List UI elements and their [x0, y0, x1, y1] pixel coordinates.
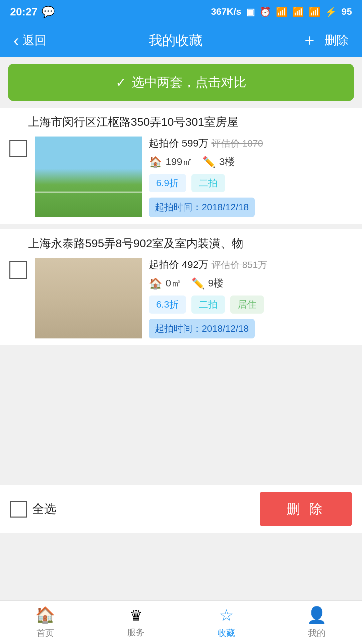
clock-icon: ⏰: [259, 6, 271, 17]
home-icon: 🏠: [35, 606, 55, 625]
tags-row-2: 6.3折 二拍 居住: [149, 296, 354, 314]
delete-nav-button[interactable]: 删除: [324, 32, 349, 49]
signal1-icon: 📶: [292, 6, 304, 17]
property-checkbox-2[interactable]: [9, 261, 27, 279]
property-title: 上海市闵行区江枢路350弄10号301室房屋: [8, 114, 354, 130]
select-all-container[interactable]: 全选: [10, 501, 56, 518]
battery-level: 95: [342, 6, 352, 17]
sim-icon: ▣: [246, 6, 255, 17]
content-area: 上海市闵行区江枢路350弄10号301室房屋 起拍价 599万 评估价 1070…: [0, 108, 362, 485]
favorites-icon: ☆: [219, 606, 234, 625]
property-card: 上海市闵行区江枢路350弄10号301室房屋 起拍价 599万 评估价 1070…: [0, 108, 362, 224]
compare-banner[interactable]: ✓ 选中两套，点击对比: [8, 64, 354, 101]
pencil-icon-1: ✏️: [202, 156, 216, 168]
tab-home-label: 首页: [37, 627, 54, 639]
delete-button[interactable]: 删 除: [260, 492, 352, 526]
tab-home[interactable]: 🏠 首页: [0, 601, 90, 644]
start-time-2: 起拍时间：2018/12/18: [149, 319, 255, 338]
mine-icon: 👤: [307, 606, 327, 625]
back-chevron-icon: [13, 31, 19, 50]
page-title: 我的收藏: [149, 31, 202, 50]
empty-area: [0, 351, 362, 478]
property-title-2: 上海永泰路595弄8号902室及室内装潢、物: [8, 236, 354, 251]
property-checkbox-1[interactable]: [9, 140, 27, 157]
house-icon-1: 🏠: [149, 156, 162, 168]
select-all-checkbox[interactable]: [10, 501, 27, 518]
charging-icon: ⚡: [325, 6, 337, 17]
tab-favorites-label: 收藏: [218, 627, 235, 639]
floor-1: 3楼: [219, 155, 235, 169]
tag-discount-2: 6.3折: [149, 296, 186, 314]
tab-service[interactable]: ♛ 服务: [90, 601, 181, 644]
property-image-1: [35, 137, 142, 217]
tab-mine-label: 我的: [308, 627, 325, 639]
tab-bar: 🏠 首页 ♛ 服务 ☆ 收藏 👤 我的: [0, 600, 362, 644]
est-price-2: 评估价 851万: [212, 260, 267, 270]
wifi-icon: 📶: [276, 6, 288, 17]
signal2-icon: 📶: [309, 6, 320, 17]
status-app-icon: 💬: [42, 5, 55, 18]
select-all-label: 全选: [32, 501, 56, 517]
tag-round-1: 二拍: [191, 174, 225, 192]
tag-discount-1: 6.9折: [149, 174, 186, 192]
status-time: 20:27: [10, 6, 38, 18]
est-price-1: 评估价 1070: [212, 138, 263, 149]
compare-checkmark: ✓: [116, 75, 126, 90]
start-time-1: 起拍时间：2018/12/18: [149, 198, 255, 217]
area-1: 199㎡: [166, 155, 192, 169]
tab-mine[interactable]: 👤 我的: [272, 601, 362, 644]
floor-2: 9楼: [208, 276, 224, 290]
tag-round-2: 二拍: [191, 296, 225, 314]
bottom-action-bar: 全选 删 除: [0, 485, 362, 533]
nav-bar: 返回 我的收藏 + 删除: [0, 23, 362, 57]
tab-service-label: 服务: [127, 627, 144, 638]
back-label: 返回: [22, 32, 47, 49]
pencil-icon-2: ✏️: [191, 277, 205, 290]
add-button[interactable]: +: [305, 31, 314, 50]
start-price-1: 起拍价 599万: [149, 138, 208, 149]
start-price-2: 起拍价 492万: [149, 259, 208, 270]
service-icon: ♛: [129, 607, 142, 624]
property-info-2: 起拍价 492万 评估价 851万 🏠 0㎡ ✏️ 9楼 6.3折 二拍: [149, 258, 354, 338]
property-info-1: 起拍价 599万 评估价 1070 🏠 199㎡ ✏️ 3楼 6.9折 二拍: [149, 137, 354, 217]
property-card-2: 上海永泰路595弄8号902室及室内装潢、物 起拍价 492万 评估价 851万…: [0, 229, 362, 345]
house-icon-2: 🏠: [149, 277, 162, 290]
area-2: 0㎡: [166, 276, 181, 290]
tab-favorites[interactable]: ☆ 收藏: [181, 601, 272, 644]
compare-label: 选中两套，点击对比: [132, 74, 246, 91]
tags-row-1: 6.9折 二拍: [149, 174, 354, 192]
network-speed: 367K/s: [211, 6, 241, 17]
tag-type-2: 居住: [230, 296, 264, 314]
status-bar: 20:27 💬 367K/s ▣ ⏰ 📶 📶 📶 ⚡ 95: [0, 0, 362, 23]
property-image-2: [35, 258, 142, 338]
back-button[interactable]: 返回: [13, 31, 47, 50]
